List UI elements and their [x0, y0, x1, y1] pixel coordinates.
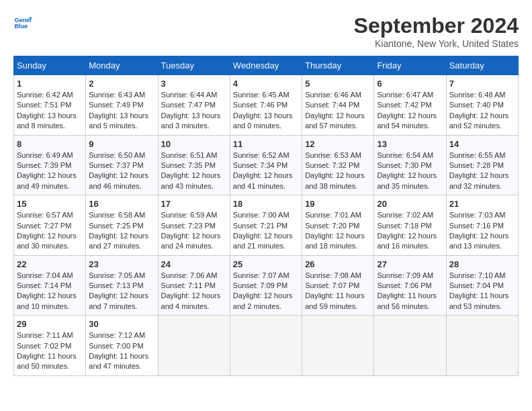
- calendar-title: September 2024: [354, 13, 519, 38]
- calendar-cell: 14 Sunrise: 6:55 AM Sunset: 7:28 PM Dayl…: [446, 135, 518, 195]
- calendar-cell: 18 Sunrise: 7:00 AM Sunset: 7:21 PM Dayl…: [230, 195, 302, 256]
- day-detail: Sunrise: 7:06 AM Sunset: 7:11 PM Dayligh…: [161, 271, 227, 312]
- calendar-cell: 2 Sunrise: 6:43 AM Sunset: 7:49 PM Dayli…: [86, 75, 158, 136]
- day-number: 9: [89, 139, 154, 149]
- logo: General Blue: [13, 13, 32, 32]
- calendar-cell: 1 Sunrise: 6:42 AM Sunset: 7:51 PM Dayli…: [14, 75, 86, 136]
- calendar-week-row: 15 Sunrise: 6:57 AM Sunset: 7:27 PM Dayl…: [14, 195, 519, 256]
- day-detail: Sunrise: 6:42 AM Sunset: 7:51 PM Dayligh…: [17, 90, 83, 132]
- sunset-label: Sunset: 7:49 PM: [89, 101, 143, 109]
- calendar-cell: 7 Sunrise: 6:48 AM Sunset: 7:40 PM Dayli…: [446, 75, 518, 136]
- calendar-cell: 9 Sunrise: 6:50 AM Sunset: 7:37 PM Dayli…: [86, 135, 158, 195]
- day-detail: Sunrise: 6:50 AM Sunset: 7:37 PM Dayligh…: [89, 150, 154, 192]
- day-detail: Sunrise: 7:03 AM Sunset: 7:16 PM Dayligh…: [449, 210, 515, 252]
- day-detail: Sunrise: 7:08 AM Sunset: 7:07 PM Dayligh…: [305, 271, 371, 312]
- daylight-label: Daylight: 12 hours and 38 minutes.: [305, 171, 365, 189]
- calendar-table: SundayMondayTuesdayWednesdayThursdayFrid…: [13, 56, 519, 376]
- day-number: 26: [305, 259, 371, 269]
- calendar-cell: [446, 316, 518, 376]
- sunrise-label: Sunrise: 7:05 AM: [89, 271, 145, 279]
- calendar-subtitle: Kiantone, New York, United States: [354, 38, 519, 49]
- day-detail: Sunrise: 6:55 AM Sunset: 7:28 PM Dayligh…: [449, 150, 515, 192]
- sunrise-label: Sunrise: 6:54 AM: [377, 151, 433, 159]
- day-number: 21: [449, 199, 515, 209]
- day-detail: Sunrise: 6:47 AM Sunset: 7:42 PM Dayligh…: [377, 90, 443, 132]
- daylight-label: Daylight: 13 hours and 8 minutes.: [17, 111, 77, 130]
- calendar-cell: 5 Sunrise: 6:46 AM Sunset: 7:44 PM Dayli…: [302, 75, 374, 136]
- calendar-cell: 16 Sunrise: 6:58 AM Sunset: 7:25 PM Dayl…: [86, 195, 158, 256]
- day-number: 10: [161, 139, 227, 149]
- day-detail: Sunrise: 7:00 AM Sunset: 7:21 PM Dayligh…: [233, 210, 299, 252]
- sunset-label: Sunset: 7:00 PM: [89, 342, 143, 350]
- sunrise-label: Sunrise: 7:12 AM: [89, 331, 145, 339]
- sunset-label: Sunset: 7:40 PM: [449, 101, 504, 109]
- day-number: 6: [377, 79, 443, 89]
- daylight-label: Daylight: 12 hours and 43 minutes.: [161, 171, 221, 189]
- day-detail: Sunrise: 7:07 AM Sunset: 7:09 PM Dayligh…: [233, 271, 299, 312]
- calendar-cell: 27 Sunrise: 7:09 AM Sunset: 7:06 PM Dayl…: [374, 255, 446, 316]
- daylight-label: Daylight: 12 hours and 2 minutes.: [233, 291, 293, 310]
- day-number: 7: [449, 79, 515, 89]
- day-detail: Sunrise: 7:01 AM Sunset: 7:20 PM Dayligh…: [305, 210, 371, 252]
- calendar-cell: 17 Sunrise: 6:59 AM Sunset: 7:23 PM Dayl…: [158, 195, 230, 256]
- calendar-cell: 12 Sunrise: 6:53 AM Sunset: 7:32 PM Dayl…: [302, 135, 374, 195]
- daylight-label: Daylight: 12 hours and 57 minutes.: [305, 111, 365, 130]
- day-detail: Sunrise: 7:09 AM Sunset: 7:06 PM Dayligh…: [377, 271, 443, 312]
- day-detail: Sunrise: 7:10 AM Sunset: 7:04 PM Dayligh…: [449, 271, 515, 312]
- day-detail: Sunrise: 7:12 AM Sunset: 7:00 PM Dayligh…: [89, 330, 154, 372]
- daylight-label: Daylight: 12 hours and 30 minutes.: [17, 232, 77, 250]
- day-detail: Sunrise: 6:49 AM Sunset: 7:39 PM Dayligh…: [17, 150, 83, 192]
- day-number: 27: [377, 259, 443, 269]
- daylight-label: Daylight: 12 hours and 54 minutes.: [377, 111, 437, 130]
- sunrise-label: Sunrise: 6:53 AM: [305, 151, 361, 159]
- sunset-label: Sunset: 7:18 PM: [377, 222, 431, 230]
- calendar-cell: 29 Sunrise: 7:11 AM Sunset: 7:02 PM Dayl…: [14, 316, 86, 376]
- sunrise-label: Sunrise: 6:59 AM: [161, 211, 218, 219]
- day-number: 17: [161, 199, 227, 209]
- day-number: 28: [449, 259, 515, 269]
- calendar-week-row: 22 Sunrise: 7:04 AM Sunset: 7:14 PM Dayl…: [14, 255, 519, 316]
- day-detail: Sunrise: 6:52 AM Sunset: 7:34 PM Dayligh…: [233, 150, 299, 192]
- daylight-label: Daylight: 12 hours and 13 minutes.: [449, 232, 509, 250]
- daylight-label: Daylight: 13 hours and 0 minutes.: [233, 111, 293, 130]
- sunrise-label: Sunrise: 6:50 AM: [89, 151, 145, 159]
- day-number: 22: [17, 259, 83, 269]
- sunset-label: Sunset: 7:09 PM: [233, 281, 287, 289]
- column-header-wednesday: Wednesday: [230, 56, 302, 75]
- daylight-label: Daylight: 11 hours and 59 minutes.: [305, 291, 365, 310]
- sunset-label: Sunset: 7:42 PM: [377, 101, 431, 109]
- day-number: 20: [377, 199, 443, 209]
- sunrise-label: Sunrise: 6:52 AM: [233, 151, 290, 159]
- calendar-cell: 4 Sunrise: 6:45 AM Sunset: 7:46 PM Dayli…: [230, 75, 302, 136]
- sunset-label: Sunset: 7:07 PM: [305, 281, 359, 289]
- day-detail: Sunrise: 7:02 AM Sunset: 7:18 PM Dayligh…: [377, 210, 443, 252]
- calendar-cell: 8 Sunrise: 6:49 AM Sunset: 7:39 PM Dayli…: [14, 135, 86, 195]
- calendar-body: 1 Sunrise: 6:42 AM Sunset: 7:51 PM Dayli…: [14, 75, 519, 376]
- daylight-label: Daylight: 12 hours and 46 minutes.: [89, 171, 148, 189]
- day-number: 19: [305, 199, 371, 209]
- sunset-label: Sunset: 7:28 PM: [449, 161, 504, 169]
- sunrise-label: Sunrise: 7:06 AM: [161, 271, 218, 279]
- sunrise-label: Sunrise: 6:45 AM: [233, 91, 290, 99]
- calendar-week-row: 29 Sunrise: 7:11 AM Sunset: 7:02 PM Dayl…: [14, 316, 519, 376]
- sunrise-label: Sunrise: 7:01 AM: [305, 211, 361, 219]
- daylight-label: Daylight: 12 hours and 16 minutes.: [377, 232, 437, 250]
- day-detail: Sunrise: 6:51 AM Sunset: 7:35 PM Dayligh…: [161, 150, 227, 192]
- daylight-label: Daylight: 12 hours and 52 minutes.: [449, 111, 509, 130]
- day-detail: Sunrise: 6:59 AM Sunset: 7:23 PM Dayligh…: [161, 210, 227, 252]
- sunset-label: Sunset: 7:35 PM: [161, 161, 216, 169]
- day-number: 18: [233, 199, 299, 209]
- day-number: 5: [305, 79, 371, 89]
- daylight-label: Daylight: 12 hours and 24 minutes.: [161, 232, 221, 250]
- day-number: 8: [17, 139, 83, 149]
- sunrise-label: Sunrise: 6:55 AM: [449, 151, 506, 159]
- calendar-cell: [230, 316, 302, 376]
- sunset-label: Sunset: 7:39 PM: [17, 161, 71, 169]
- day-number: 11: [233, 139, 299, 149]
- sunrise-label: Sunrise: 7:07 AM: [233, 271, 290, 279]
- column-header-sunday: Sunday: [14, 56, 86, 75]
- day-number: 25: [233, 259, 299, 269]
- sunset-label: Sunset: 7:23 PM: [161, 222, 216, 230]
- calendar-cell: [302, 316, 374, 376]
- sunset-label: Sunset: 7:21 PM: [233, 222, 287, 230]
